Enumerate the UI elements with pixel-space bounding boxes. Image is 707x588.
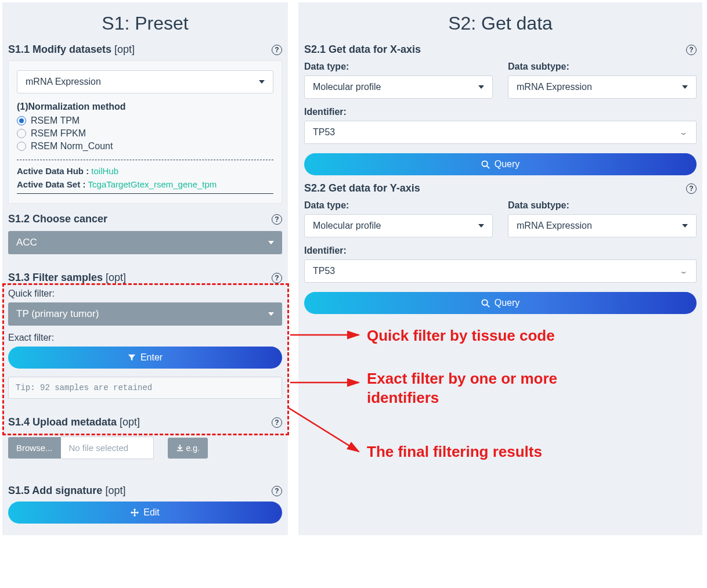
svg-line-6 bbox=[288, 407, 359, 452]
annotation-arrows bbox=[0, 0, 707, 538]
